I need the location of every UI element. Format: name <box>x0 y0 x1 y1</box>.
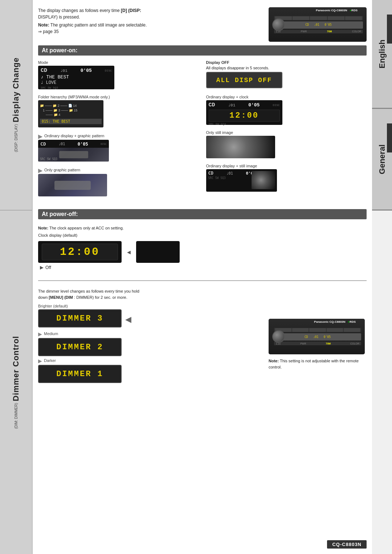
medium-label: Medium <box>44 331 58 336</box>
ordinary-graphic-label-row: ▶ Ordinary display + graphic pattern <box>38 133 199 140</box>
medium-label-row: ▶ Medium <box>38 331 258 337</box>
general-tab-label: General <box>377 144 387 174</box>
device-face-dimmer: Panasonic CQ-C8803N ●RDS <box>269 319 365 354</box>
intro-paragraph: The display changes as follows every tim… <box>38 7 263 20</box>
power-off-dark-display <box>136 241 180 263</box>
mode-display-item: Mode CD ♩01 0'05 DISC ♪ THE BEST ♩ LOVE … <box>38 60 199 89</box>
dimmer-controls: Brighter (default) DIMMER 3 ◀ ▶ Medium <box>38 304 258 385</box>
note-text: The graphic pattern and still image are … <box>50 23 147 28</box>
power-off-note-text: The clock appears only at ACC on setting… <box>49 226 124 230</box>
device-image-dimmer: Panasonic CQ-C8803N ●RDS <box>269 319 365 354</box>
device-face: Panasonic CQ-C8803N ●RDS CD ♩0 <box>269 7 367 42</box>
still-image-overlay <box>252 171 275 189</box>
off-label: Off <box>45 265 51 270</box>
english-tab-marker <box>387 15 392 44</box>
power-off-note-label: Note: <box>38 226 48 230</box>
arrow-darker-icon: ▶ <box>38 358 42 364</box>
dimmer-control-sidebar: Dimmer Control (DIM: DIMMER) <box>0 211 32 554</box>
power-on-header: At power-on: <box>38 45 367 56</box>
ordinary-graphic-item: ▶ Ordinary display + graphic pattern CD … <box>38 133 199 162</box>
note-label: Note: <box>38 23 49 28</box>
only-graphic-label: Only graphic pattern <box>44 168 80 172</box>
bottom-row-2: 1.1c PWR 70M COLOR <box>274 342 361 345</box>
folder-display: 📁 ─── 📁 2 ─── 📄 14 1 ─── 📁 3 ─── 📁 15 ──… <box>38 100 103 127</box>
display-change-sidebar: Display Change (DISP: DISPLAY) <box>0 0 32 211</box>
device-controls: CD ♩01 0'05 1.1c PWR 70M COLOR <box>272 16 363 33</box>
dimmer2-display: DIMMER 2 <box>38 338 122 356</box>
device-buttons: CD ♩01 0'05 1.1c PWR 70M COLOR <box>274 16 363 33</box>
device-knob <box>272 18 285 31</box>
dimmer-device-area: Panasonic CQ-C8803N ●RDS <box>269 304 367 385</box>
all-disp-off-text: ALL DISP OFF <box>216 77 272 84</box>
dimmer-intro-bold: [MENU] (DIM <box>49 295 73 300</box>
mode-label: Mode <box>38 60 199 65</box>
left-sidebar: Display Change (DISP: DISPLAY) Dimmer Co… <box>0 0 33 554</box>
power-off-note: Note: The clock appears only at ACC on s… <box>38 225 367 231</box>
display-off-sub: All displays disappear in 5 seconds. <box>206 66 367 70</box>
dimmer3-row: DIMMER 3 ◀ <box>38 309 258 329</box>
all-disp-off-display: ALL DISP OFF <box>206 72 282 88</box>
only-graphic-label-row: ▶ Only graphic pattern <box>38 167 199 174</box>
model-badge: CQ-C8803N <box>327 540 367 549</box>
general-tab: General <box>372 109 392 211</box>
section-divider <box>38 280 367 281</box>
note-paragraph: Note: The graphic pattern and still imag… <box>38 22 263 35</box>
dimmer-intro-text3: : DIMMER) for 2 sec. or more. <box>74 295 127 300</box>
folder-display-item: Folder hierarchy (MP3/WMA mode only.) 📁 … <box>38 95 199 127</box>
song1-line: ♪ THE BEST <box>41 74 112 80</box>
dimmer-note-text: This setting is not adjustable with the … <box>269 359 359 369</box>
display-change-sublabel: (DISP: DISPLAY) <box>14 124 18 152</box>
ordinary-still-display: CD ♩01 0'05 DISC SRC SW SQ3 <box>206 169 277 192</box>
english-tab-label: English <box>377 40 387 68</box>
ordinary-graphic-display: CD ♩01 0'05 DISC SRC SW SQ3 <box>38 140 109 162</box>
display-screen-2: CD ♩01 0'05 <box>274 333 361 341</box>
arrow-dimmer3: ◀ <box>125 315 131 324</box>
button-row-1 <box>274 16 363 20</box>
intro-text-block: The display changes as follows every tim… <box>38 7 263 42</box>
main-content: The display changes as follows every tim… <box>33 0 372 554</box>
graphic-header: CD ♩01 0'05 DISC <box>40 141 107 147</box>
ordinary-clock-display: CD ♩01 0'05 DISC 12:00 SRC SW SQ3 <box>206 100 282 125</box>
folder-bottom-text: 015: THE BEST <box>40 119 102 124</box>
only-still-label: Only still image <box>206 130 367 135</box>
arrow-medium-icon: ▶ <box>38 331 42 337</box>
graphic-sub-text: SRC SW SQ3 <box>40 158 57 161</box>
ordinary-still-label: Ordinary display + still image <box>206 164 367 168</box>
ordinary-clock-label: Ordinary display + clock <box>206 95 367 99</box>
panasonic-brand-2: Panasonic CQ-C8803N ●RDS <box>314 320 356 323</box>
display-off-item: Display OFF All displays disappear in 5 … <box>206 60 367 88</box>
page: Display Change (DISP: DISPLAY) Dimmer Co… <box>0 0 392 554</box>
intro-text2: DISPLAY) is pressed. <box>38 15 80 20</box>
panasonic-brand: Panasonic CQ-C8803N ●RDS <box>316 9 358 12</box>
power-off-section: Note: The clock appears only at ACC on s… <box>38 222 367 273</box>
dimmer-section: The dimmer level changes as follows ever… <box>38 288 367 385</box>
right-sidebar: English General <box>372 0 392 554</box>
ordinary-graphic-label: Ordinary display + graphic pattern <box>44 134 104 138</box>
power-off-clock-row: 12:00 ◀ <box>38 241 367 263</box>
page-ref: ⇒ page 35 <box>38 29 59 34</box>
dimmer2-item: ▶ Medium DIMMER 2 <box>38 331 258 356</box>
clock-time-value: 12:00 <box>229 111 259 120</box>
only-still-display <box>206 136 275 158</box>
display-right-col: Display OFF All displays disappear in 5 … <box>206 60 367 202</box>
bottom-row: 1.1c PWR 70M COLOR <box>274 30 363 33</box>
sub-text-main: SRC SW SQ3 <box>41 86 112 89</box>
dimmer3-item: Brighter (default) DIMMER 3 ◀ <box>38 304 258 329</box>
dimmer1-text: DIMMER 1 <box>56 370 103 379</box>
arrow-graphic-icon: ▶ <box>38 133 42 140</box>
power-off-header: At power-off: <box>38 209 367 219</box>
english-tab: English <box>372 0 392 109</box>
display-off-label: Display OFF <box>206 60 367 65</box>
dimmer-note: Note: This setting is not adjustable wit… <box>269 358 365 370</box>
cd-time: 0'05 <box>81 68 92 73</box>
display-screen: CD ♩01 0'05 <box>274 21 363 29</box>
cd-display-main: CD ♩01 0'05 DISC ♪ THE BEST ♩ LOVE SRC S… <box>38 66 114 89</box>
dimmer1-display: DIMMER 1 <box>38 365 122 383</box>
clock-sub-text: SRC SW SQ3 <box>209 122 280 126</box>
dimmer3-display: DIMMER 3 <box>38 309 122 327</box>
clock-display-label: Clock display (default) <box>38 232 367 239</box>
intro-bold: [D] (DISP: <box>121 8 141 13</box>
dimmer-intro-text2: down <box>38 295 49 300</box>
ordinary-still-item: Ordinary display + still image CD ♩01 0'… <box>206 164 367 192</box>
general-tab-marker <box>387 123 392 152</box>
